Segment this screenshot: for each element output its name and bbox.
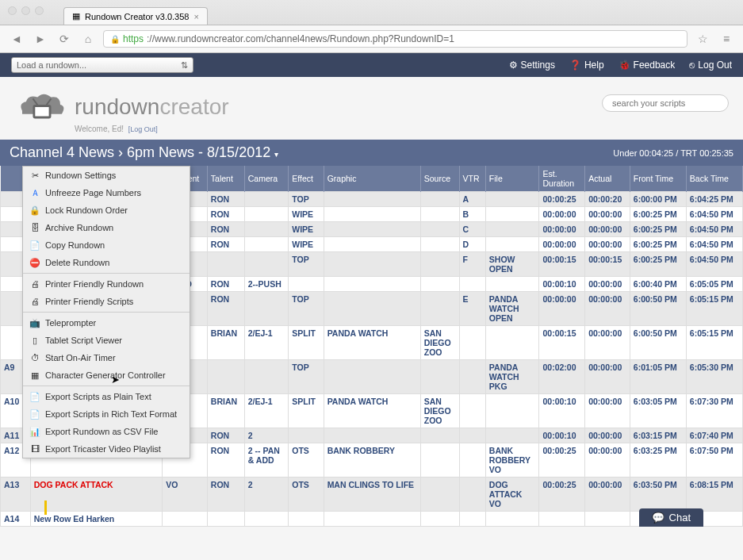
table-cell[interactable]	[244, 252, 288, 277]
table-cell[interactable]: 2	[244, 428, 288, 443]
menu-export-tricaster[interactable]: 🎞Export Tricaster Video Playlist	[23, 440, 190, 458]
col-header[interactable]: Source	[420, 166, 459, 192]
table-cell[interactable]: 00:00:00	[585, 478, 630, 512]
table-cell[interactable]: 00:00:00	[585, 443, 630, 478]
table-cell[interactable]: 2/EJ-1	[244, 326, 288, 360]
feedback-link[interactable]: 🐞Feedback	[619, 59, 676, 71]
table-cell[interactable]: 6:04:50 PM	[686, 207, 742, 222]
table-cell[interactable]	[324, 512, 420, 527]
maximize-window-icon[interactable]	[35, 6, 44, 15]
table-cell[interactable]: A13	[1, 478, 31, 512]
table-cell[interactable]: 00:00:00	[539, 237, 585, 252]
table-cell[interactable]: 2--PUSH	[244, 277, 288, 292]
menu-export-csv[interactable]: 📊Export Rundown as CSV File	[23, 423, 190, 440]
table-cell[interactable]	[324, 360, 420, 394]
table-cell[interactable]: 6:05:15 PM	[686, 292, 742, 326]
table-cell[interactable]: SHOW OPEN	[485, 252, 539, 277]
table-cell[interactable]	[324, 252, 420, 277]
table-cell[interactable]: 6:07:40 PM	[686, 428, 742, 443]
menu-teleprompter[interactable]: 📺Teleprompter	[23, 314, 190, 332]
bookmark-icon[interactable]: ☆	[694, 30, 711, 48]
table-cell[interactable]: 00:00:00	[585, 394, 630, 428]
close-window-icon[interactable]	[8, 6, 17, 15]
table-cell[interactable]: 00:00:00	[539, 292, 585, 326]
table-cell[interactable]: WIPE	[289, 222, 324, 237]
table-cell[interactable]: RON	[207, 207, 244, 222]
table-row[interactable]: A14New Row Ed Harken	[1, 512, 743, 527]
table-cell[interactable]	[324, 277, 420, 292]
table-cell[interactable]: 00:00:15	[539, 252, 585, 277]
table-cell[interactable]: 6:07:30 PM	[686, 394, 742, 428]
table-cell[interactable]	[485, 237, 539, 252]
menu-copy[interactable]: 📄Copy Rundown	[23, 236, 190, 254]
table-cell[interactable]	[289, 428, 324, 443]
table-cell[interactable]: OTS	[289, 443, 324, 478]
table-cell[interactable]: 00:00:15	[585, 252, 630, 277]
table-cell[interactable]: SPLIT	[289, 326, 324, 360]
menu-unfreeze-pages[interactable]: ＡUnfreeze Page Numbers	[23, 184, 190, 201]
table-cell[interactable]: BRIAN	[207, 394, 244, 428]
table-cell[interactable]: 00:00:25	[539, 443, 585, 478]
table-cell[interactable]: BRIAN	[207, 326, 244, 360]
menu-archive[interactable]: 🗄Archive Rundown	[23, 219, 190, 236]
table-cell[interactable]: 00:00:20	[585, 192, 630, 207]
table-cell[interactable]: PANDA WATCH	[324, 394, 420, 428]
table-cell[interactable]: MAN CLINGS TO LIFE	[324, 478, 420, 512]
table-cell[interactable]	[459, 428, 485, 443]
table-cell[interactable]: RON	[207, 292, 244, 326]
table-cell[interactable]: 2/EJ-1	[244, 394, 288, 428]
table-cell[interactable]: 00:00:00	[539, 222, 585, 237]
table-cell[interactable]	[420, 292, 459, 326]
table-cell[interactable]	[207, 252, 244, 277]
table-cell[interactable]	[485, 394, 539, 428]
table-cell[interactable]: RON	[207, 237, 244, 252]
table-cell[interactable]: TOP	[289, 252, 324, 277]
table-cell[interactable]: WIPE	[289, 237, 324, 252]
table-cell[interactable]: 6:01:05 PM	[630, 360, 686, 394]
help-link[interactable]: ❓Help	[569, 59, 604, 71]
table-cell[interactable]: 6:00:50 PM	[630, 326, 686, 360]
menu-cg-controller[interactable]: ▦Character Generator Controller	[23, 366, 190, 384]
table-cell[interactable]: RON	[207, 428, 244, 443]
table-cell[interactable]: SAN DIEGO ZOO	[420, 394, 459, 428]
minimize-window-icon[interactable]	[21, 6, 30, 15]
table-cell[interactable]: PANDA WATCH	[324, 326, 420, 360]
table-cell[interactable]: BANK ROBBERY VO	[485, 443, 539, 478]
chat-button[interactable]: 💬 Chat	[639, 508, 703, 527]
menu-export-plain[interactable]: 📄Export Scripts as Plain Text	[23, 388, 190, 405]
table-cell[interactable]	[289, 277, 324, 292]
table-cell[interactable]: PANDA WATCH PKG	[485, 360, 539, 394]
table-cell[interactable]: 6:00:00 PM	[630, 192, 686, 207]
table-cell[interactable]	[420, 192, 459, 207]
header-logout-link[interactable]: [Log Out]	[128, 125, 158, 133]
table-cell[interactable]: 00:02:00	[539, 360, 585, 394]
table-cell[interactable]	[244, 512, 288, 527]
table-cell[interactable]	[324, 237, 420, 252]
menu-export-rtf[interactable]: 📄Export Scripts in Rich Text Format	[23, 405, 190, 423]
table-cell[interactable]	[459, 360, 485, 394]
table-cell[interactable]: DOG PACK ATTACK	[30, 478, 162, 512]
table-cell[interactable]: 6:05:05 PM	[686, 277, 742, 292]
reload-button[interactable]: ⟳	[56, 30, 73, 48]
table-cell[interactable]	[420, 277, 459, 292]
table-cell[interactable]: RON	[207, 222, 244, 237]
table-cell[interactable]	[207, 360, 244, 394]
table-cell[interactable]: 00:00:25	[539, 192, 585, 207]
table-cell[interactable]	[459, 326, 485, 360]
table-cell[interactable]	[485, 428, 539, 443]
search-scripts-input[interactable]	[602, 94, 729, 112]
table-cell[interactable]: 6:00:25 PM	[630, 237, 686, 252]
table-cell[interactable]: 00:00:00	[585, 360, 630, 394]
table-cell[interactable]: New Row Ed Harken	[30, 512, 162, 527]
table-cell[interactable]	[244, 237, 288, 252]
settings-link[interactable]: ⚙Settings	[509, 59, 555, 71]
table-cell[interactable]	[420, 237, 459, 252]
table-cell[interactable]: 6:04:25 PM	[686, 192, 742, 207]
table-cell[interactable]: A14	[1, 512, 31, 527]
url-field[interactable]: 🔒 https://www.rundowncreator.com/channel…	[103, 30, 687, 48]
col-header[interactable]: Back Time	[686, 166, 742, 192]
menu-printer-scripts[interactable]: 🖨Printer Friendly Scripts	[23, 293, 190, 310]
table-cell[interactable]: 6:04:50 PM	[686, 252, 742, 277]
table-cell[interactable]: SAN DIEGO ZOO	[420, 326, 459, 360]
table-cell[interactable]: F	[459, 252, 485, 277]
